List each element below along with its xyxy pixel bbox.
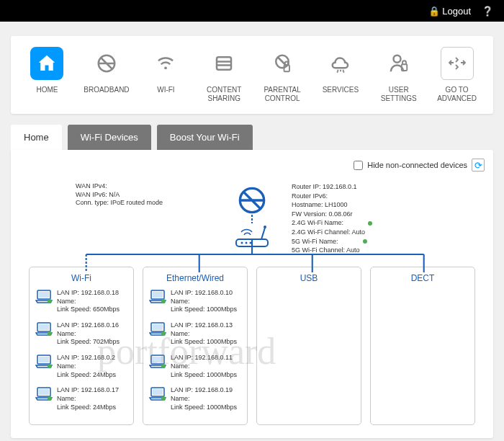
- svg-point-28: [48, 331, 52, 336]
- device-item[interactable]: LAN IP: 192.168.0.17Name:Link Speed: 24M…: [35, 386, 127, 411]
- svg-point-46: [161, 396, 166, 401]
- device-item[interactable]: LAN IP: 192.168.0.11Name:Link Speed: 100…: [149, 354, 241, 379]
- laptop-icon: [35, 386, 53, 401]
- svg-rect-2: [217, 57, 231, 70]
- svg-point-25: [48, 299, 52, 303]
- svg-point-16: [250, 242, 252, 244]
- laptop-icon: [149, 354, 166, 368]
- svg-rect-24: [39, 292, 49, 298]
- branch-ethernet: Ethernet/Wired LAN IP: 192.168.0.10Name:…: [143, 267, 248, 425]
- svg-point-40: [161, 331, 166, 336]
- nav-broadband[interactable]: BROADBAND: [84, 47, 129, 103]
- branch-dect: DECT: [370, 267, 475, 425]
- svg-point-37: [161, 299, 166, 303]
- device-item[interactable]: LAN IP: 192.168.0.16Name:Link Speed: 702…: [35, 321, 127, 347]
- hide-non-connected-checkbox[interactable]: [354, 161, 363, 170]
- home-icon: [30, 47, 63, 80]
- nav-label: CONTENT SHARING: [207, 86, 241, 103]
- svg-point-34: [48, 396, 52, 401]
- nav-label: GO TO ADVANCED: [437, 86, 477, 103]
- router-icon: [230, 223, 274, 249]
- router-info: Router IP: 192.168.0.1 Router IPv6: Host…: [292, 182, 372, 255]
- laptop-icon: [35, 289, 53, 303]
- nav-label: PARENTAL CONTROL: [264, 86, 300, 103]
- wan-info: WAN IPv4: WAN IPv6: N/A Conn. type: IPoE…: [76, 182, 163, 208]
- nav-wifi[interactable]: WI-FI: [144, 47, 187, 103]
- nav-services[interactable]: SERVICES: [319, 47, 362, 103]
- tab-bar: Home Wi-Fi Devices Boost Your Wi-Fi: [11, 125, 493, 150]
- svg-rect-36: [153, 292, 163, 298]
- laptop-icon: [149, 289, 166, 303]
- top-bar: 🔒 Logout ❔: [0, 0, 504, 22]
- tab-boost-wifi[interactable]: Boost Your Wi-Fi: [157, 125, 253, 150]
- svg-point-1: [165, 66, 168, 69]
- topology: WAN IPv4: WAN IPv6: N/A Conn. type: IPoE…: [22, 179, 482, 425]
- svg-rect-30: [39, 357, 49, 362]
- svg-rect-42: [153, 357, 163, 362]
- hide-label: Hide non-connected devices: [367, 161, 467, 169]
- nav-parental-control[interactable]: PARENTAL CONTROL: [261, 47, 304, 103]
- nav-label: USER SETTINGS: [381, 86, 417, 103]
- svg-rect-45: [153, 389, 163, 395]
- tab-wifi-devices[interactable]: Wi-Fi Devices: [68, 125, 151, 150]
- home-panel: Hide non-connected devices ⟳ WAN IPv4: W…: [11, 150, 493, 438]
- svg-line-11: [261, 228, 265, 239]
- tab-home[interactable]: Home: [11, 125, 62, 150]
- svg-point-12: [264, 226, 266, 228]
- svg-point-43: [161, 364, 166, 368]
- parental-control-icon: [266, 47, 299, 80]
- branch-wifi: Wi-Fi LAN IP: 192.168.0.18Name:Link Spee…: [29, 267, 134, 425]
- advanced-icon: [441, 47, 474, 80]
- laptop-icon: [149, 386, 166, 401]
- nav-content-sharing[interactable]: CONTENT SHARING: [202, 47, 246, 103]
- device-item[interactable]: LAN IP: 192.168.0.10Name:Link Speed: 100…: [149, 289, 241, 314]
- svg-rect-39: [153, 324, 163, 330]
- svg-rect-27: [39, 324, 49, 330]
- help-icon[interactable]: ❔: [482, 6, 493, 17]
- device-item[interactable]: LAN IP: 192.168.0.18Name:Link Speed: 650…: [35, 289, 127, 314]
- laptop-icon: [35, 354, 53, 368]
- svg-rect-33: [39, 389, 49, 395]
- services-icon: [324, 47, 357, 80]
- reload-button[interactable]: ⟳: [472, 159, 485, 172]
- laptop-icon: [149, 321, 166, 336]
- content-sharing-icon: [207, 47, 240, 80]
- wifi-icon: [149, 47, 182, 80]
- status-dot-icon: [368, 221, 372, 226]
- device-item[interactable]: LAN IP: 192.168.0.19Name:Link Speed: 100…: [149, 386, 241, 411]
- svg-point-14: [241, 242, 243, 244]
- nav-user-settings[interactable]: USER SETTINGS: [377, 47, 420, 103]
- user-settings-icon: [382, 47, 415, 80]
- logout-link[interactable]: 🔒 Logout: [428, 6, 471, 17]
- nav-advanced[interactable]: GO TO ADVANCED: [436, 47, 479, 103]
- device-item[interactable]: LAN IP: 192.168.0.13Name:Link Speed: 100…: [149, 321, 241, 347]
- svg-point-31: [48, 364, 52, 368]
- main-nav: HOME BROADBAND WI-FI CONTENT SHARING PAR…: [11, 36, 493, 114]
- device-item[interactable]: LAN IP: 192.168.0.2Name:Link Speed: 24Mb…: [35, 354, 127, 379]
- branch-usb: USB: [256, 267, 361, 425]
- wan-globe-icon: [238, 186, 266, 215]
- broadband-icon: [90, 47, 123, 80]
- laptop-icon: [35, 321, 53, 336]
- status-dot-icon: [363, 239, 367, 244]
- svg-point-7: [393, 55, 400, 63]
- nav-home[interactable]: HOME: [25, 47, 68, 103]
- svg-point-15: [246, 242, 248, 244]
